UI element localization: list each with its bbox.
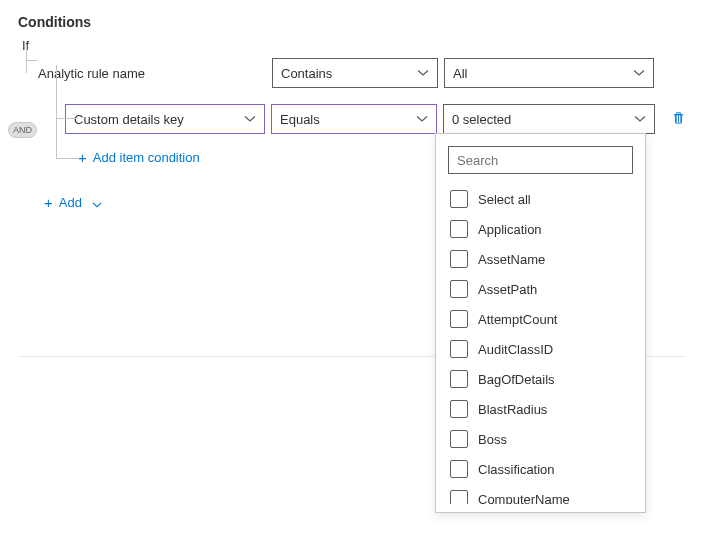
operator-select[interactable]: Contains [272,58,438,88]
add-button[interactable]: + Add [44,195,102,210]
operator-text: Equals [280,112,320,127]
plus-icon: + [44,195,53,210]
dropdown-search-input[interactable] [457,153,624,168]
value-dropdown-panel: Select allApplicationAssetNameAssetPathA… [435,133,646,371]
option-label: AuditClassID [478,342,553,357]
option-label: AssetPath [478,282,537,297]
dropdown-option[interactable]: Select all [440,184,641,214]
trash-icon [671,110,686,125]
custom-key-select[interactable]: Custom details key [65,104,265,134]
option-label: Application [478,222,542,237]
checkbox[interactable] [450,220,468,238]
chevron-down-icon [417,67,429,79]
value-text: 0 selected [452,112,511,127]
checkbox[interactable] [450,370,468,371]
plus-icon: + [78,150,87,165]
tree-connector [18,57,38,89]
chevron-down-icon [633,67,645,79]
add-item-label: Add item condition [93,150,200,165]
dropdown-option[interactable]: AssetPath [440,274,641,304]
value-text: All [453,66,467,81]
chevron-down-icon [244,113,256,125]
chevron-down-icon [416,113,428,125]
option-label: Select all [478,192,531,207]
delete-condition-button[interactable] [671,110,686,128]
dropdown-option[interactable]: AuditClassID [440,334,641,364]
checkbox[interactable] [450,190,468,208]
checkbox[interactable] [450,340,468,358]
section-title: Conditions [18,14,686,30]
chevron-down-icon [634,113,646,125]
dropdown-option[interactable]: BagOfDetails [440,364,641,371]
option-label: AttemptCount [478,312,558,327]
value-select[interactable]: All [444,58,654,88]
chevron-down-icon [92,198,102,208]
dropdown-option[interactable]: AssetName [440,244,641,274]
tree-connector [48,143,78,171]
operator-value: Contains [281,66,332,81]
checkbox[interactable] [450,310,468,328]
option-label: AssetName [478,252,545,267]
checkbox[interactable] [450,250,468,268]
condition-row-2: Custom details key Equals 0 selected [48,103,686,135]
add-label: Add [59,195,82,210]
dropdown-search-box[interactable] [448,146,633,174]
custom-value-select[interactable]: 0 selected [443,104,655,134]
condition-field-label: Analytic rule name [38,66,272,81]
dropdown-option[interactable]: AttemptCount [440,304,641,334]
dropdown-option[interactable]: Application [440,214,641,244]
key-text: Custom details key [74,112,184,127]
dropdown-options-list[interactable]: Select allApplicationAssetNameAssetPathA… [436,184,645,371]
add-item-condition-button[interactable]: + Add item condition [78,150,200,165]
and-operator-badge: AND [8,122,37,138]
custom-operator-select[interactable]: Equals [271,104,437,134]
condition-row-1: Analytic rule name Contains All [18,57,686,89]
checkbox[interactable] [450,280,468,298]
if-label: If [22,38,686,53]
